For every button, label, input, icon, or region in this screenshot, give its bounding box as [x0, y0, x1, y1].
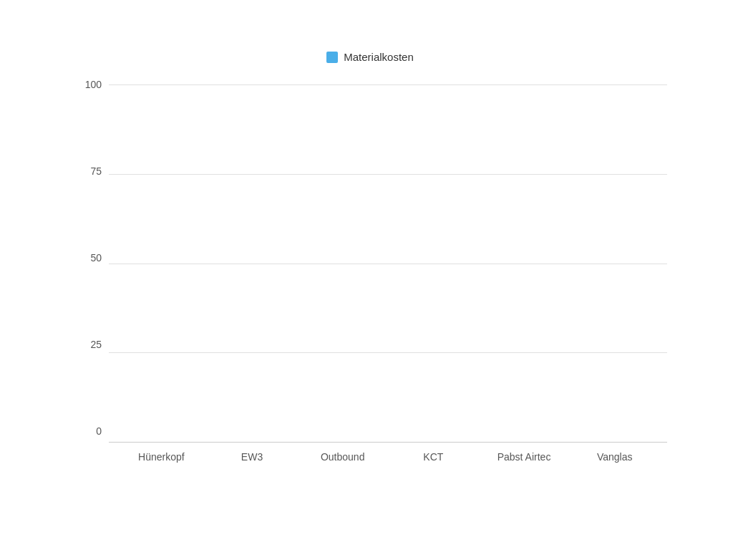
y-axis-labels: 100 75 50 25 0: [73, 85, 109, 443]
bar-group: 75: [116, 85, 207, 443]
bar-group: 65: [479, 85, 570, 443]
y-label-50: 50: [73, 252, 109, 264]
y-label-75: 75: [73, 165, 109, 177]
bar-group: 91: [207, 85, 298, 443]
bars-area: 7591641006541: [109, 85, 667, 443]
chart-container: Materialkosten 100 75 50 25 0 7591641006…: [23, 22, 710, 538]
y-label-0: 0: [73, 425, 109, 437]
bar-group: 64: [297, 85, 388, 443]
x-labels: HünerkopfEW3OutboundKCTPabst AirtecVangl…: [109, 443, 667, 471]
legend-label: Materialkosten: [344, 51, 414, 63]
chart-legend: Materialkosten: [73, 51, 667, 63]
x-label-hünerkopf: Hünerkopf: [116, 451, 207, 463]
x-label-vanglas: Vanglas: [569, 451, 660, 463]
x-label-kct: KCT: [388, 451, 479, 463]
legend-color-box: [326, 52, 338, 63]
bar-group: 100: [388, 85, 479, 443]
x-label-pabst-airtec: Pabst Airtec: [479, 451, 570, 463]
y-label-25: 25: [73, 339, 109, 350]
chart-area: 100 75 50 25 0 7591641006541 HünerkopfEW…: [73, 85, 667, 471]
y-label-100: 100: [73, 79, 109, 90]
x-label-outbound: Outbound: [297, 451, 388, 463]
bar-group: 41: [569, 85, 660, 443]
x-label-ew3: EW3: [207, 451, 298, 463]
